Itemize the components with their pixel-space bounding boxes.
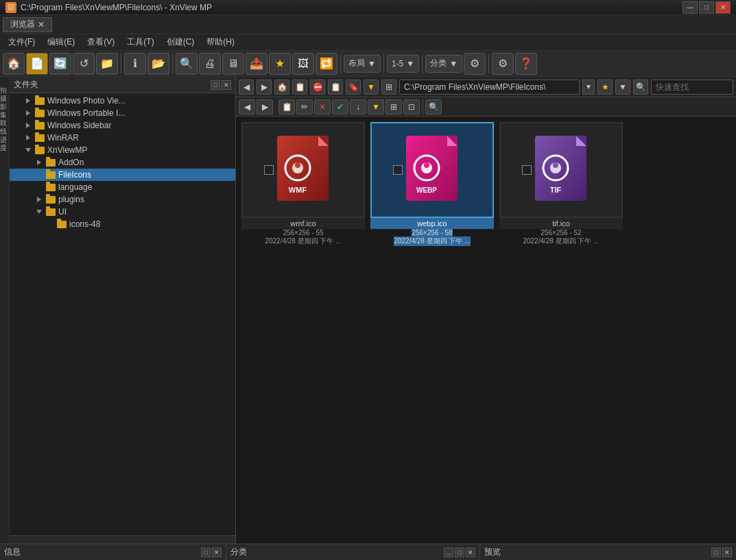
tool-nav[interactable]: 📁 (96, 53, 118, 75)
file-item-webp[interactable]: WEBP webp.ico 256×256 - 58 2022/4/28 星期四… (370, 122, 494, 246)
tool-search[interactable]: 🔍 (176, 53, 198, 75)
tool-home[interactable]: 🏠 (3, 53, 25, 75)
tab-browser[interactable]: 浏览器 ✕ (3, 17, 52, 32)
nav-left-button[interactable]: ◀ (239, 99, 255, 114)
nav-arrow-button[interactable]: ↓ (350, 99, 366, 114)
tree-item-xnviewmp[interactable]: XnViewMP (10, 144, 235, 156)
cat-close-button[interactable]: ✕ (466, 548, 475, 557)
file-item-wmf[interactable]: WMF wmf.ico 256×256 - 55 2022/4/28 星期四 下… (241, 122, 365, 246)
nav-copy-button[interactable]: ⛔ (310, 80, 325, 95)
nav-copy2-button[interactable]: 📋 (278, 99, 295, 114)
cat-more-button[interactable]: ... (444, 548, 453, 557)
tool-convert[interactable]: 🔁 (316, 53, 337, 75)
side-tab-2[interactable]: 摄 (0, 85, 9, 93)
info-restore-button[interactable]: □ (201, 548, 211, 557)
tool-export[interactable]: 📤 (246, 53, 268, 75)
menu-file[interactable]: 文件(F) (3, 35, 40, 49)
tree-item-addon[interactable]: AddOn (10, 156, 235, 169)
side-tab-1[interactable]: 拍 (0, 77, 9, 85)
tree-item-windows-photo[interactable]: Windows Photo Vie... (10, 95, 235, 107)
side-tab-6[interactable]: 线 (0, 118, 9, 126)
tool-gear[interactable]: ⚙ (492, 53, 514, 75)
tree-item-ui[interactable]: UI (10, 206, 235, 218)
preview-restore-button[interactable]: □ (711, 548, 721, 557)
tree-label: plugins (58, 195, 84, 204)
maximize-button[interactable]: □ (699, 1, 714, 14)
side-tab-5[interactable]: 联 (0, 110, 9, 118)
layout-dropdown[interactable]: 布局 ▼ (344, 55, 381, 73)
file-checkbox-webp[interactable] (393, 165, 403, 175)
sort-label: 1-5 (392, 59, 403, 69)
tool-print[interactable]: 🖨 (199, 53, 221, 75)
side-tab-7[interactable]: 进 (0, 126, 9, 134)
tool-extra[interactable]: ⚙ (464, 53, 486, 75)
tool-refresh2[interactable]: ↺ (73, 53, 95, 75)
tree-scrollbar-h[interactable] (10, 535, 235, 544)
tab-close-icon[interactable]: ✕ (38, 20, 45, 29)
expand-icon (34, 158, 44, 167)
tool-file[interactable]: 📄 (26, 53, 48, 75)
side-tab-4[interactable]: 集 (0, 101, 9, 110)
tool-help[interactable]: ❓ (515, 53, 537, 75)
nav-forward-button[interactable]: ▶ (257, 80, 272, 95)
file-tree-close[interactable]: ✕ (222, 80, 231, 90)
file-tree-container[interactable]: Windows Photo Vie... Windows Portable I.… (10, 93, 235, 535)
nav-filter-button[interactable]: ▼ (364, 80, 379, 95)
nav-grid2-button[interactable]: ⊡ (403, 99, 420, 114)
nav-check-button[interactable]: ✔ (332, 99, 348, 114)
menu-tools[interactable]: 工具(T) (121, 35, 159, 49)
nav-delete-button[interactable]: 🔖 (346, 80, 361, 95)
tree-item-language[interactable]: language (10, 181, 235, 193)
tool-folder-open[interactable]: 📂 (147, 53, 169, 75)
nav-up-button[interactable]: 🏠 (274, 80, 289, 95)
cat-restore-button[interactable]: □ (455, 548, 464, 557)
side-tab-3[interactable]: 影 (0, 93, 9, 101)
menu-help[interactable]: 帮助(H) (201, 35, 240, 49)
menu-edit[interactable]: 编辑(E) (42, 35, 80, 49)
file-checkbox-wmf[interactable] (264, 165, 274, 175)
addr-star-dropdown[interactable]: ▼ (615, 80, 630, 95)
nav-history-button[interactable]: 📋 (292, 80, 307, 95)
tool-refresh1[interactable]: 🔄 (49, 53, 71, 75)
file-date-webp: 2022/4/28 星期四 下午 ... (394, 236, 470, 246)
file-item-tif[interactable]: TIF tif.ico 256×256 - 52 2022/4/28 星期四 下… (499, 122, 623, 246)
nav-back-button[interactable]: ◀ (239, 80, 254, 95)
tree-item-windows-portable[interactable]: Windows Portable I... (10, 107, 235, 119)
info-close-button[interactable]: ✕ (212, 548, 222, 557)
address-field[interactable] (399, 80, 580, 95)
nav-grid-button[interactable]: ⊞ (385, 99, 402, 114)
sort-dropdown[interactable]: 1-5 ▼ (387, 55, 419, 73)
tool-info[interactable]: ℹ (124, 53, 146, 75)
nav-right-button[interactable]: ▶ (257, 99, 273, 114)
tree-item-plugins[interactable]: plugins (10, 193, 235, 206)
tree-item-windows-sidebar[interactable]: Windows Sidebar (10, 119, 235, 132)
nav-filter2-button[interactable]: ▼ (368, 99, 384, 114)
nav-pencil-button[interactable]: ✏ (296, 99, 313, 114)
file-size-webp: 256×256 - 58 (412, 229, 452, 236)
classify-dropdown[interactable]: 分类 ▼ (425, 55, 462, 73)
tree-item-fileicons[interactable]: FileIcons (10, 169, 235, 181)
main-layout: 拍 摄 影 集 联 线 进 度 文件夹 □ ✕ Windows Photo Vi… (0, 77, 736, 544)
tool-img[interactable]: 🖼 (292, 53, 314, 75)
tool-star[interactable]: ★ (269, 53, 291, 75)
menu-create[interactable]: 创建(C) (161, 35, 200, 49)
folder-icon (45, 207, 56, 217)
tree-item-icons48[interactable]: icons-48 (10, 218, 235, 230)
close-button[interactable]: ✕ (715, 1, 731, 14)
nav-x-button[interactable]: ✕ (314, 99, 331, 114)
nav-paste-button[interactable]: 📋 (328, 80, 343, 95)
tree-item-winrar[interactable]: WinRAR (10, 132, 235, 144)
menu-view[interactable]: 查看(V) (82, 35, 120, 49)
side-tab-8[interactable]: 度 (0, 134, 9, 143)
search-input[interactable] (651, 80, 733, 95)
nav-view-button[interactable]: ⊞ (381, 80, 396, 95)
addr-dropdown-btn[interactable]: ▼ (582, 80, 595, 95)
preview-close-button[interactable]: ✕ (722, 548, 732, 557)
file-grid[interactable]: WMF wmf.ico 256×256 - 55 2022/4/28 星期四 下… (236, 117, 736, 544)
minimize-button[interactable]: — (682, 1, 698, 14)
file-tree-restore[interactable]: □ (211, 80, 220, 90)
tool-monitor[interactable]: 🖥 (222, 53, 244, 75)
file-checkbox-tif[interactable] (522, 165, 532, 175)
addr-star-button[interactable]: ★ (597, 80, 613, 95)
nav-zoom-button[interactable]: 🔍 (425, 99, 442, 114)
